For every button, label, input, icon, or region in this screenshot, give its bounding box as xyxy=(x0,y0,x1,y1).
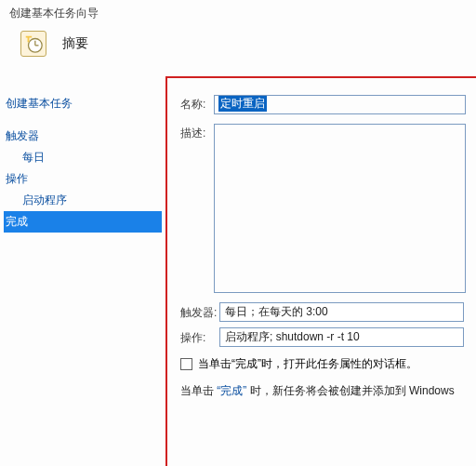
wizard-steps-sidebar: 创建基本任务 触发器 每日 操作 启动程序 完成 xyxy=(0,76,165,466)
finish-info-text: 当单击 “完成” 时，新任务将会被创建并添加到 Windows xyxy=(180,383,476,399)
trigger-summary-value: 每日；在每天的 3:00 xyxy=(219,302,464,322)
action-summary-value: 启动程序; shutdown -r -t 10 xyxy=(219,327,464,347)
description-field[interactable] xyxy=(214,124,466,293)
open-properties-row[interactable]: 当单击“完成”时，打开此任务属性的对话框。 xyxy=(180,356,476,372)
step-finish[interactable]: 完成 xyxy=(4,211,162,233)
name-label: 名称: xyxy=(180,95,214,113)
name-field[interactable]: 定时重启 xyxy=(214,95,466,114)
action-summary-label: 操作: xyxy=(180,328,219,346)
content-pane: 名称: 定时重启 描述: 触发器: 每日；在每天的 3:00 操作: 启动程序;… xyxy=(165,76,476,466)
open-properties-label: 当单击“完成”时，打开此任务属性的对话框。 xyxy=(198,356,417,372)
checkbox-icon[interactable] xyxy=(180,358,192,370)
description-label: 描述: xyxy=(180,124,214,141)
name-value-selected: 定时重启 xyxy=(218,96,267,112)
step-trigger[interactable]: 触发器 xyxy=(4,126,162,147)
step-create-basic-task[interactable]: 创建基本任务 xyxy=(4,93,162,114)
wizard-header: 创建基本任务向导 摘要 xyxy=(0,0,476,76)
wizard-title: 创建基本任务向导 xyxy=(9,6,467,21)
step-action[interactable]: 操作 xyxy=(4,168,162,190)
clock-new-icon xyxy=(20,31,46,57)
page-heading: 摘要 xyxy=(62,35,88,52)
step-trigger-daily[interactable]: 每日 xyxy=(4,147,162,168)
summary-row: 摘要 xyxy=(9,31,467,57)
step-action-start-program[interactable]: 启动程序 xyxy=(4,190,162,211)
trigger-summary-label: 触发器: xyxy=(180,303,219,321)
